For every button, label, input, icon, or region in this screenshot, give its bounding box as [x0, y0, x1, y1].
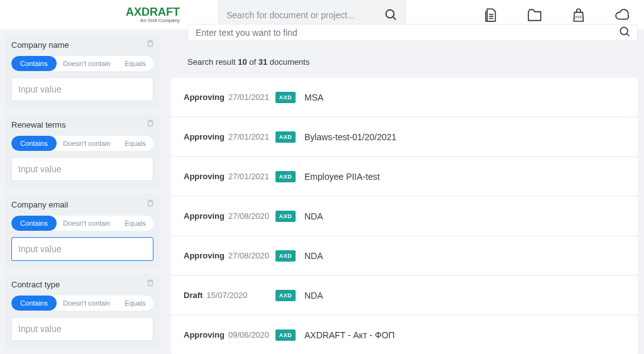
axd-badge: AXD	[275, 171, 296, 182]
document-row[interactable]: Approving27/01/2021AXDBylaws-test-01/20/…	[171, 118, 638, 156]
status-label: Approving	[184, 172, 225, 181]
document-status: Approving27/01/2021	[184, 132, 275, 141]
status-date: 27/01/2021	[228, 132, 269, 141]
pill-equals[interactable]: Equals	[117, 296, 153, 311]
brand-name: AXDRAFT	[126, 6, 180, 18]
svg-line-7	[627, 33, 630, 36]
svg-line-1	[393, 17, 396, 19]
document-status: Draft15/07/2020	[184, 290, 275, 300]
status-label: Approving	[184, 132, 225, 141]
document-status: Approving27/08/2020	[184, 211, 275, 221]
axd-badge: AXD	[275, 131, 296, 143]
match-mode-toggle: Contains Doesn't contain Equals	[11, 216, 153, 231]
shop-icon[interactable]: AXD	[570, 6, 587, 24]
filter-contract-type: Contract type Contains Doesn't contain E…	[5, 274, 160, 348]
pill-equals[interactable]: Equals	[117, 216, 153, 231]
text-search-input[interactable]	[196, 28, 630, 38]
document-title: AXDRAFT - Акт - ФОП	[304, 330, 395, 340]
status-label: Approving	[184, 251, 225, 260]
pill-not-contains[interactable]: Doesn't contain	[57, 296, 117, 311]
trash-icon[interactable]	[146, 39, 155, 50]
filter-title: Contract type	[11, 280, 153, 289]
document-row[interactable]: Approving09/06/2020AXDAXDRAFT - Акт - ФО…	[171, 316, 638, 354]
results-mid: of	[247, 57, 258, 67]
status-date: 27/01/2021	[228, 172, 269, 181]
document-title: NDA	[304, 211, 323, 221]
filters-sidebar: Company name Contains Doesn't contain Eq…	[0, 30, 165, 354]
document-row[interactable]: Approving27/08/2020AXDNDA	[171, 197, 638, 235]
pill-contains[interactable]: Contains	[11, 136, 57, 151]
search-icon[interactable]	[618, 25, 631, 40]
document-title: Bylaws-test-01/20/2021	[304, 132, 396, 142]
status-date: 27/01/2021	[228, 92, 269, 102]
results-prefix: Search result	[187, 57, 238, 67]
status-date: 15/07/2020	[206, 290, 247, 300]
filter-title: Company email	[11, 200, 153, 209]
axd-badge: AXD	[275, 250, 296, 262]
match-mode-toggle: Contains Doesn't contain Equals	[11, 296, 153, 311]
documents-icon[interactable]	[482, 6, 499, 24]
axd-badge: AXD	[275, 329, 296, 341]
axd-badge: AXD	[275, 290, 296, 301]
svg-point-6	[620, 27, 628, 35]
filter-value-input[interactable]	[11, 317, 153, 341]
filter-value-input[interactable]	[11, 157, 153, 181]
pill-equals[interactable]: Equals	[117, 136, 153, 151]
trash-icon[interactable]	[146, 119, 155, 130]
svg-text:AXD: AXD	[575, 15, 582, 19]
brand-subtitle: An Onit Company	[140, 18, 180, 23]
document-row[interactable]: Approving27/08/2020AXDNDA	[171, 236, 638, 275]
document-title: MSA	[304, 92, 323, 102]
document-row[interactable]: Approving27/01/2021AXDEmployee PIIA-test	[171, 157, 638, 196]
main-content: Search result 10 of 31 documents Approvi…	[165, 30, 644, 354]
results-shown: 10	[238, 57, 247, 67]
status-label: Draft	[184, 290, 203, 300]
filter-title: Renewal terms	[11, 120, 153, 130]
cloud-icon[interactable]	[614, 6, 631, 24]
text-search-box[interactable]	[187, 24, 638, 41]
axd-badge: AXD	[275, 92, 296, 103]
svg-point-0	[386, 9, 394, 18]
pill-contains[interactable]: Contains	[11, 216, 57, 231]
filter-renewal-terms: Renewal terms Contains Doesn't contain E…	[5, 114, 160, 189]
status-label: Approving	[184, 330, 225, 340]
filter-value-input[interactable]	[11, 237, 153, 261]
document-status: Approving27/01/2021	[184, 92, 275, 102]
results-suffix: documents	[267, 57, 309, 67]
document-list: Approving27/01/2021AXDMSAApproving27/01/…	[171, 78, 638, 354]
pill-contains[interactable]: Contains	[11, 56, 57, 71]
status-date: 09/06/2020	[228, 330, 269, 340]
document-row[interactable]: Approving27/01/2021AXDMSA	[171, 78, 638, 116]
pill-not-contains[interactable]: Doesn't contain	[57, 216, 117, 231]
document-status: Approving27/08/2020	[184, 251, 275, 260]
document-row[interactable]: Draft15/07/2020AXDNDA	[171, 276, 638, 314]
filter-title: Company name	[11, 40, 153, 50]
status-label: Approving	[184, 92, 225, 102]
pill-contains[interactable]: Contains	[11, 296, 57, 311]
pill-equals[interactable]: Equals	[117, 56, 153, 71]
filter-company-email: Company email Contains Doesn't contain E…	[5, 194, 160, 268]
results-summary: Search result 10 of 31 documents	[171, 45, 638, 78]
document-status: Approving27/01/2021	[184, 172, 275, 181]
header-actions: AXD	[482, 6, 631, 24]
filter-company-name: Company name Contains Doesn't contain Eq…	[5, 34, 160, 109]
pill-not-contains[interactable]: Doesn't contain	[57, 136, 117, 151]
trash-icon[interactable]	[146, 199, 155, 210]
document-title: Employee PIIA-test	[304, 172, 380, 182]
filter-value-input[interactable]	[11, 77, 153, 101]
results-total: 31	[258, 57, 267, 67]
document-status: Approving09/06/2020	[184, 330, 275, 340]
status-label: Approving	[184, 211, 225, 221]
trash-icon[interactable]	[146, 279, 155, 290]
match-mode-toggle: Contains Doesn't contain Equals	[11, 56, 153, 71]
search-icon[interactable]	[384, 8, 397, 23]
axd-badge: AXD	[275, 211, 296, 222]
match-mode-toggle: Contains Doesn't contain Equals	[11, 136, 153, 151]
document-title: NDA	[304, 290, 323, 301]
brand-logo: AXDRAFT An Onit Company	[126, 6, 180, 23]
folder-icon[interactable]	[526, 6, 543, 24]
status-date: 27/08/2020	[228, 211, 269, 221]
global-search-input[interactable]	[226, 10, 384, 20]
pill-not-contains[interactable]: Doesn't contain	[57, 56, 117, 71]
document-title: NDA	[304, 251, 323, 261]
